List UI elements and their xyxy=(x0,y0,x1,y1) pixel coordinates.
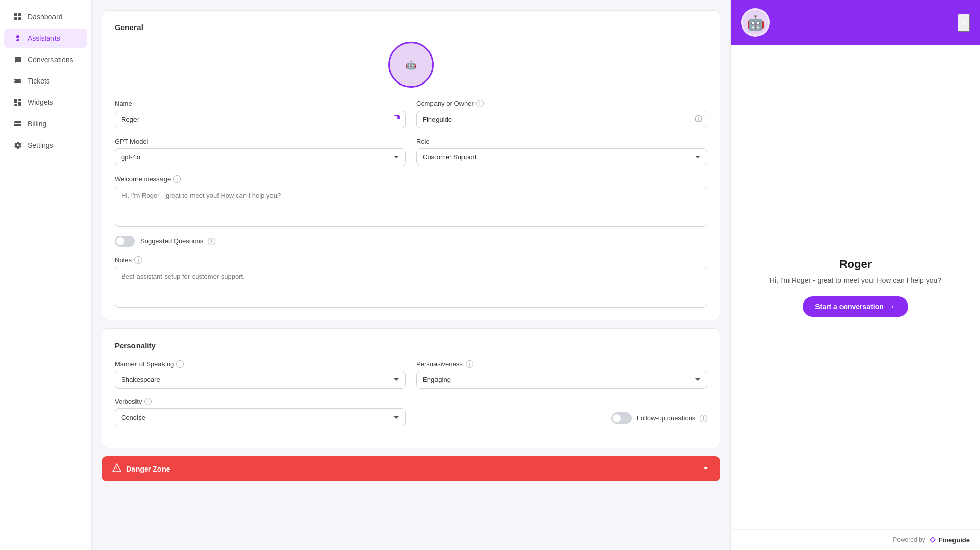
gpt-group: GPT Model gpt-4o gpt-4 gpt-3.5-turbo xyxy=(115,138,406,166)
bot-icon xyxy=(13,34,22,43)
persuasiveness-select[interactable]: Engaging Neutral Subtle xyxy=(416,371,707,389)
gpt-label: GPT Model xyxy=(115,138,406,145)
sidebar-item-tickets[interactable]: Tickets xyxy=(4,71,87,91)
name-label: Name xyxy=(115,100,406,107)
sidebar-item-settings[interactable]: Settings xyxy=(4,135,87,155)
general-title: General xyxy=(115,23,707,32)
billing-icon xyxy=(13,119,22,128)
verbosity-followup-row: Verbosity i Concise Moderate Verbose Fol… xyxy=(115,398,707,426)
welcome-group: Welcome message i xyxy=(115,175,707,227)
avatar-robot-icon: 🤖 xyxy=(406,60,416,70)
sidebar-label-widgets: Widgets xyxy=(28,98,53,106)
preview-avatar: 🤖 xyxy=(741,8,770,37)
company-input-wrapper: i xyxy=(416,111,707,128)
persuasiveness-info-icon[interactable]: i xyxy=(466,360,473,368)
svg-point-7 xyxy=(19,39,20,40)
name-group: Name xyxy=(115,100,406,128)
sidebar-label-tickets: Tickets xyxy=(28,77,50,85)
suggested-questions-toggle[interactable] xyxy=(115,236,135,247)
manner-info-icon[interactable]: i xyxy=(176,360,184,368)
widget-icon xyxy=(13,98,22,107)
manner-group: Manner of Speaking i Shakespeare Formal … xyxy=(115,360,406,389)
sidebar-item-assistants[interactable]: Assistants xyxy=(4,29,87,48)
grid-icon xyxy=(13,12,22,21)
role-group: Role Customer Support Sales Technical Su… xyxy=(416,138,707,166)
refresh-icon[interactable] xyxy=(393,115,401,125)
avatar[interactable]: 🤖 xyxy=(388,42,434,88)
sidebar-label-conversations: Conversations xyxy=(28,56,73,64)
svg-rect-10 xyxy=(18,102,21,106)
name-input[interactable] xyxy=(115,111,406,128)
ticket-icon xyxy=(13,76,22,86)
preview-header: 🤖 × xyxy=(731,0,980,45)
preview-body: Roger Hi, I'm Roger - great to meet you!… xyxy=(731,45,980,529)
fineguide-brand: Fineguide xyxy=(939,536,970,544)
sidebar-item-conversations[interactable]: Conversations xyxy=(4,50,87,69)
followup-label: Follow-up questions i xyxy=(637,414,707,422)
notes-textarea[interactable] xyxy=(115,267,707,308)
start-conversation-button[interactable]: Start a conversation xyxy=(803,296,908,317)
suggested-questions-row: Suggested Questions i xyxy=(115,236,707,247)
followup-group: Follow-up questions i xyxy=(416,398,707,426)
gpt-select[interactable]: gpt-4o gpt-4 gpt-3.5-turbo xyxy=(115,148,406,166)
welcome-textarea[interactable] xyxy=(115,186,707,227)
svg-point-6 xyxy=(16,39,17,40)
fineguide-diamond-icon xyxy=(929,536,937,544)
role-select[interactable]: Customer Support Sales Technical Support xyxy=(416,148,707,166)
company-input[interactable] xyxy=(416,111,707,128)
name-input-wrapper xyxy=(115,111,406,128)
preview-footer: Powered by Fineguide xyxy=(731,529,980,550)
welcome-info-icon[interactable]: i xyxy=(173,175,181,183)
danger-zone-content: ! Danger Zone xyxy=(112,463,170,474)
preview-avatar-robot: 🤖 xyxy=(747,14,765,31)
company-info-icon[interactable]: i xyxy=(476,100,484,107)
gpt-role-row: GPT Model gpt-4o gpt-4 gpt-3.5-turbo Rol… xyxy=(115,138,707,166)
verbosity-group: Verbosity i Concise Moderate Verbose xyxy=(115,398,406,426)
sidebar-item-dashboard[interactable]: Dashboard xyxy=(4,7,87,26)
svg-rect-0 xyxy=(14,13,17,16)
chat-icon xyxy=(13,55,22,64)
preview-close-button[interactable]: × xyxy=(958,14,970,32)
sidebar-item-widgets[interactable]: Widgets xyxy=(4,93,87,112)
chevron-down-icon xyxy=(702,464,710,474)
manner-select[interactable]: Shakespeare Formal Casual xyxy=(115,371,406,389)
avatar-container: 🤖 xyxy=(115,42,707,88)
company-group: Company or Owner i i xyxy=(416,100,707,128)
name-company-row: Name Company or Owner i i xyxy=(115,100,707,128)
svg-rect-3 xyxy=(18,17,21,20)
verbosity-label: Verbosity i xyxy=(115,398,406,405)
fineguide-logo: Fineguide xyxy=(929,536,970,544)
sidebar-label-settings: Settings xyxy=(28,141,53,149)
svg-rect-2 xyxy=(14,17,17,20)
verbosity-info-icon[interactable]: i xyxy=(144,398,152,405)
sidebar: Dashboard Assistants Conversations Ticke… xyxy=(0,0,92,550)
svg-text:i: i xyxy=(698,116,699,121)
danger-zone-label: Danger Zone xyxy=(126,465,170,473)
verbosity-select[interactable]: Concise Moderate Verbose xyxy=(115,408,406,426)
powered-by-text: Powered by xyxy=(893,536,925,543)
main-content: General 🤖 Name Company or Owner i xyxy=(92,0,730,550)
general-card: General 🤖 Name Company or Owner i xyxy=(102,10,720,320)
notes-info-icon[interactable]: i xyxy=(134,256,142,264)
sidebar-label-dashboard: Dashboard xyxy=(28,13,63,21)
personality-card: Personality Manner of Speaking i Shakesp… xyxy=(102,328,720,448)
svg-rect-8 xyxy=(14,99,17,103)
company-info-icon-right[interactable]: i xyxy=(695,115,702,124)
welcome-label: Welcome message i xyxy=(115,175,707,183)
followup-toggle[interactable] xyxy=(611,413,632,424)
followup-info-icon[interactable]: i xyxy=(700,415,707,422)
svg-point-4 xyxy=(16,35,19,38)
svg-rect-11 xyxy=(14,104,17,106)
persuasiveness-label: Persuasiveness i xyxy=(416,360,707,368)
sidebar-label-billing: Billing xyxy=(28,120,46,128)
suggested-label: Suggested Questions i xyxy=(140,237,215,245)
suggested-info-icon[interactable]: i xyxy=(208,238,215,245)
danger-zone[interactable]: ! Danger Zone xyxy=(102,456,720,481)
role-label: Role xyxy=(416,138,707,145)
company-label: Company or Owner i xyxy=(416,100,707,107)
personality-title: Personality xyxy=(115,341,707,350)
preview-welcome-message: Hi, I'm Roger - great to meet you! How c… xyxy=(770,276,941,284)
persuasiveness-group: Persuasiveness i Engaging Neutral Subtle xyxy=(416,360,707,389)
sidebar-item-billing[interactable]: Billing xyxy=(4,114,87,133)
manner-label: Manner of Speaking i xyxy=(115,360,406,368)
